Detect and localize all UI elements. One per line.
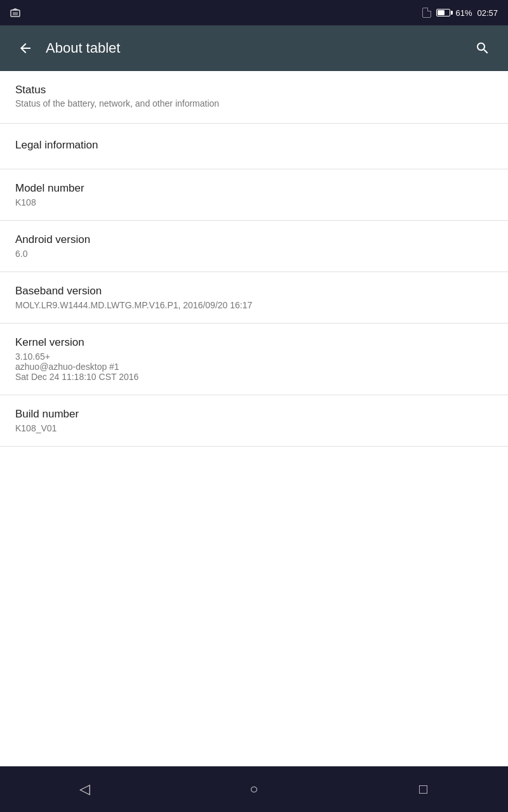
battery-percent: 61%	[455, 8, 472, 18]
settings-item-android-title: Android version	[15, 233, 493, 246]
nav-back-icon: ◁	[79, 781, 90, 797]
settings-item-kernel-title: Kernel version	[15, 336, 493, 349]
app-bar: About tablet	[0, 25, 508, 71]
nav-home-icon: ○	[250, 781, 258, 797]
clock: 02:57	[477, 8, 498, 18]
settings-list: Status Status of the battery, network, a…	[0, 71, 508, 766]
settings-item-android[interactable]: Android version 6.0	[0, 221, 508, 272]
status-bar-right: 61% 02:57	[422, 8, 498, 18]
status-bar: 61% 02:57	[0, 0, 508, 25]
svg-rect-2	[13, 12, 18, 15]
svg-marker-1	[11, 8, 20, 10]
settings-item-baseband-title: Baseband version	[15, 285, 493, 298]
settings-item-kernel-value: 3.10.65+ azhuo@azhuo-desktop #1 Sat Dec …	[15, 351, 493, 382]
settings-item-model-value: K108	[15, 197, 493, 207]
settings-item-legal[interactable]: Legal information	[0, 124, 508, 169]
status-bar-left	[10, 8, 422, 17]
search-button[interactable]	[467, 33, 498, 63]
sim-icon	[422, 8, 431, 18]
nav-home-button[interactable]: ○	[229, 774, 279, 804]
battery-icon	[436, 9, 450, 16]
settings-item-build-title: Build number	[15, 408, 493, 421]
nav-recents-button[interactable]: □	[398, 774, 449, 804]
settings-item-build[interactable]: Build number K108_V01	[0, 395, 508, 447]
settings-item-android-value: 6.0	[15, 249, 493, 259]
settings-item-kernel[interactable]: Kernel version 3.10.65+ azhuo@azhuo-desk…	[0, 324, 508, 395]
nav-recents-icon: □	[419, 781, 427, 797]
nav-back-button[interactable]: ◁	[59, 774, 110, 804]
settings-item-build-value: K108_V01	[15, 423, 493, 433]
settings-item-baseband-value: MOLY.LR9.W1444.MD.LWTG.MP.V16.P1, 2016/0…	[15, 300, 493, 310]
settings-item-baseband[interactable]: Baseband version MOLY.LR9.W1444.MD.LWTG.…	[0, 272, 508, 324]
settings-item-status-subtitle: Status of the battery, network, and othe…	[15, 98, 493, 110]
settings-item-model[interactable]: Model number K108	[0, 169, 508, 221]
settings-item-legal-title: Legal information	[15, 139, 493, 152]
page-title: About tablet	[46, 40, 467, 56]
settings-item-model-title: Model number	[15, 182, 493, 195]
settings-item-status-title: Status	[15, 84, 493, 96]
navigation-bar: ◁ ○ □	[0, 766, 508, 812]
settings-item-status[interactable]: Status Status of the battery, network, a…	[0, 71, 508, 124]
back-button[interactable]	[10, 33, 41, 63]
